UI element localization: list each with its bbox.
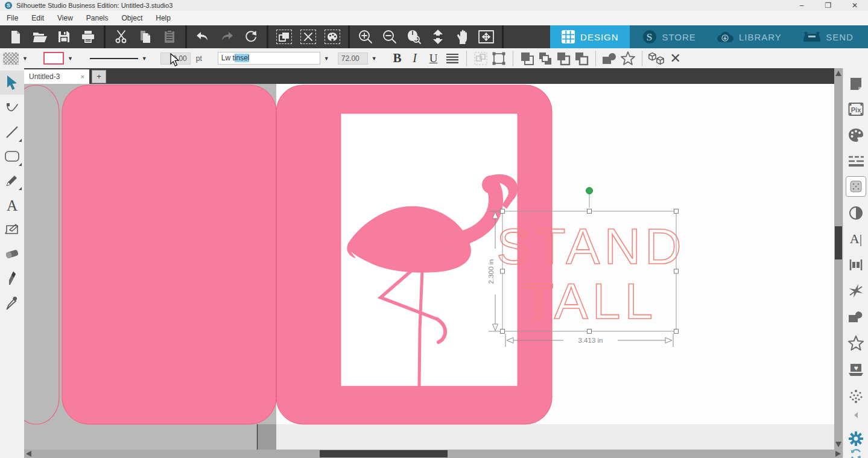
trace-panel-button[interactable] <box>843 202 868 224</box>
bring-forward-button[interactable] <box>554 50 572 67</box>
tab-library[interactable]: LIBRARY <box>709 25 789 48</box>
pan-hand-button[interactable] <box>450 27 474 47</box>
sync-button[interactable] <box>843 444 868 458</box>
transform-panel-button[interactable] <box>843 254 868 276</box>
line-color-swatch[interactable] <box>43 52 64 65</box>
weld-panel-button[interactable] <box>843 306 868 328</box>
minimize-button[interactable]: – <box>788 1 815 10</box>
rhinestone-panel-button[interactable] <box>843 386 868 407</box>
select-all-button[interactable] <box>272 27 296 47</box>
eyedropper-tool[interactable] <box>0 290 24 314</box>
zoom-in-button[interactable] <box>353 27 378 47</box>
weld-button[interactable] <box>601 50 619 67</box>
line-style-swatch[interactable] <box>90 58 138 59</box>
knife-tool[interactable] <box>0 266 24 290</box>
fill-pattern-panel-button[interactable] <box>846 176 866 197</box>
scale-handles-button[interactable] <box>490 50 508 67</box>
restore-button[interactable]: ❐ <box>815 1 841 10</box>
menu-file[interactable]: File <box>0 11 25 25</box>
rotation-handle[interactable] <box>586 188 593 194</box>
pixscan-panel-button[interactable]: Pix <box>843 98 868 120</box>
open-folder-button[interactable] <box>28 27 52 47</box>
width-dimension-label: 3.413 in <box>578 337 603 344</box>
drag-zoom-button[interactable] <box>402 27 426 47</box>
send-backward-button[interactable] <box>572 50 591 67</box>
text-tool[interactable]: A <box>0 194 24 218</box>
vertical-scrollbar[interactable] <box>834 68 843 450</box>
bring-to-front-button[interactable] <box>518 50 536 67</box>
horizontal-scrollbar[interactable] <box>24 450 843 458</box>
notes-icon <box>4 223 20 237</box>
3d-view-button[interactable] <box>647 50 665 67</box>
menu-edit[interactable]: Edit <box>25 11 51 25</box>
tab-send[interactable]: SEND <box>788 25 868 48</box>
font-name-dropdown[interactable]: ▼ <box>324 56 329 62</box>
tab-design[interactable]: DESIGN <box>550 25 630 48</box>
copy-button[interactable] <box>133 27 157 47</box>
undo-button[interactable] <box>191 27 215 47</box>
font-size-input[interactable]: 72.00 <box>338 52 368 65</box>
offset-panel-button[interactable] <box>843 332 868 354</box>
scroll-right-icon[interactable] <box>835 451 841 457</box>
scroll-left-icon[interactable] <box>26 451 31 457</box>
design-canvas[interactable]: STAND TALL 2.300 in <box>24 84 834 450</box>
redo-button[interactable] <box>215 27 239 47</box>
save-button[interactable] <box>52 27 76 47</box>
collapse-panel-button[interactable] <box>843 409 868 421</box>
offset-button[interactable] <box>619 50 637 67</box>
vertical-scroll-thumb[interactable] <box>835 226 842 259</box>
delete-button[interactable]: ✕ <box>665 51 686 66</box>
collapse-arrow-icon <box>852 412 860 419</box>
pixscan-icon: Pix <box>848 102 864 116</box>
scroll-down-icon[interactable] <box>835 442 841 447</box>
tab-store[interactable]: S STORE <box>630 25 709 48</box>
menu-help[interactable]: Help <box>149 11 177 25</box>
new-document-button[interactable] <box>4 27 28 47</box>
eraser-tool[interactable] <box>0 242 24 266</box>
select-by-color-button[interactable] <box>320 27 344 47</box>
underline-button[interactable]: U <box>424 52 443 65</box>
line-style-dropdown[interactable]: ▼ <box>142 56 147 62</box>
justify-button[interactable] <box>443 50 461 67</box>
line-tool[interactable] <box>0 120 24 144</box>
font-size-dropdown[interactable]: ▼ <box>372 56 377 62</box>
horizontal-scroll-thumb[interactable] <box>320 450 448 457</box>
zoom-out-button[interactable] <box>378 27 402 47</box>
close-button[interactable]: ✕ <box>841 1 868 10</box>
group-button[interactable] <box>472 50 490 67</box>
deselect-button[interactable] <box>296 27 320 47</box>
line-style-panel-button[interactable] <box>843 150 868 172</box>
cut-button[interactable] <box>109 27 133 47</box>
redo-all-button[interactable] <box>239 27 263 47</box>
italic-button[interactable]: I <box>406 51 424 65</box>
print-button[interactable] <box>76 27 100 47</box>
new-document-tab-button[interactable]: + <box>92 70 106 83</box>
modify-panel-button[interactable] <box>843 280 868 302</box>
freehand-tool[interactable] <box>0 168 24 192</box>
paste-button[interactable] <box>157 27 182 47</box>
menu-view[interactable]: View <box>51 11 80 25</box>
menu-panels[interactable]: Panels <box>80 11 115 25</box>
card-left-panel[interactable] <box>62 85 276 424</box>
text-style-panel-button[interactable]: A| <box>843 228 868 250</box>
notes-tool[interactable] <box>0 218 24 242</box>
stipple-panel-button[interactable]: ♥ <box>843 359 868 381</box>
document-tab[interactable]: Untitled-3 × <box>24 69 89 84</box>
document-tab-close-icon[interactable]: × <box>81 73 84 80</box>
fill-panel-button[interactable] <box>843 124 868 146</box>
rectangle-tool[interactable] <box>0 144 24 168</box>
line-thickness-input[interactable]: 0.00 <box>160 52 191 65</box>
fill-style-swatch[interactable] <box>3 52 19 65</box>
point-edit-tool[interactable] <box>0 96 24 120</box>
scroll-up-icon[interactable] <box>835 71 841 76</box>
resize-drawing-area-button[interactable] <box>474 27 498 47</box>
fit-to-page-button[interactable] <box>426 27 450 47</box>
page-setup-panel-button[interactable] <box>843 73 868 95</box>
menu-object[interactable]: Object <box>115 11 150 25</box>
send-to-back-button[interactable] <box>536 50 554 67</box>
font-name-input[interactable]: Lw tinsel <box>218 52 320 65</box>
bold-button[interactable]: B <box>389 51 406 66</box>
fill-style-dropdown[interactable]: ▼ <box>22 56 28 62</box>
select-tool[interactable] <box>0 71 24 95</box>
line-color-dropdown[interactable]: ▼ <box>68 56 73 62</box>
